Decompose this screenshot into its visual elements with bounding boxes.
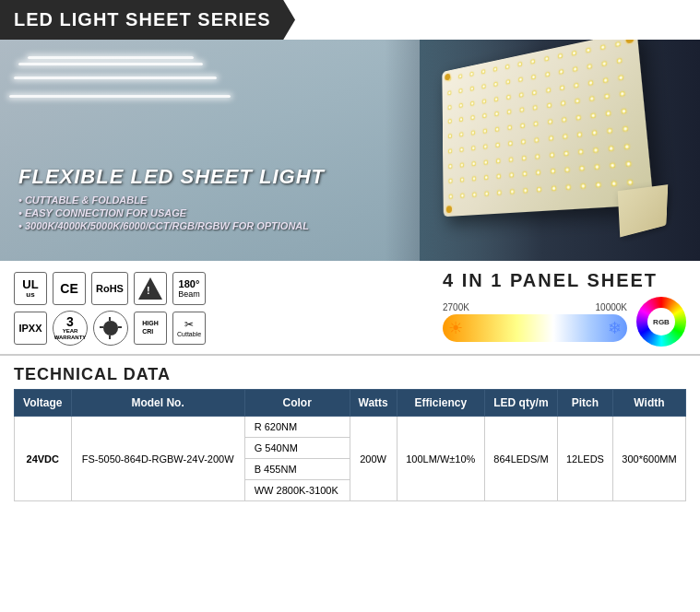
cuttable-label: Cuttable <box>177 331 201 337</box>
rgb-center: RGB <box>647 308 675 335</box>
led-dot <box>510 173 515 178</box>
led-dot <box>548 119 552 124</box>
ul-text: UL <box>22 278 38 290</box>
led-dot <box>610 163 615 169</box>
cert-ipxx: IPXX <box>14 312 47 345</box>
led-dot <box>580 183 585 189</box>
panel-title: 4 IN 1 PANEL SHEET <box>443 270 658 291</box>
led-dot <box>482 99 486 103</box>
scissors-icon: ✂ <box>184 318 194 331</box>
led-dot <box>448 134 452 138</box>
th-pitch: Pitch <box>557 390 612 417</box>
corner-pin-bl <box>446 206 452 213</box>
led-dot <box>538 187 542 193</box>
led-dot <box>624 144 630 149</box>
led-dot <box>484 175 488 180</box>
led-dot <box>521 124 526 128</box>
led-dot <box>507 94 511 99</box>
led-dot <box>563 134 567 139</box>
ceiling-line-3 <box>14 76 217 79</box>
dim-ray-t <box>109 317 111 321</box>
led-dot <box>482 113 486 118</box>
led-dot <box>509 157 514 161</box>
led-dot <box>533 105 538 111</box>
led-dot <box>532 89 537 95</box>
cert-warranty: 3 YEARWARRANTY <box>53 311 88 346</box>
warning-triangle: ! <box>138 277 162 300</box>
led-dot <box>586 48 590 53</box>
led-dot <box>537 171 541 176</box>
led-dot <box>519 76 524 81</box>
led-dot <box>565 185 570 191</box>
ipxx-text: IPXX <box>18 323 42 334</box>
hero-bullet-1: CUTTABLE & FOLDABLE <box>18 194 325 206</box>
led-dot <box>518 62 522 66</box>
th-voltage: Voltage <box>15 390 72 417</box>
led-dot <box>448 105 452 110</box>
led-dot <box>596 182 601 188</box>
led-dot <box>493 66 497 71</box>
led-dot <box>604 94 610 100</box>
led-dot <box>483 144 487 148</box>
cert-warning: ! <box>134 272 167 305</box>
td-model: FS-5050-864D-RGBW-24V-200W <box>71 417 244 501</box>
led-dot <box>449 179 453 183</box>
led-dot <box>495 112 499 116</box>
cert-row-1: UL us CE RoHS ! 180° Beam <box>14 272 206 305</box>
led-dot <box>531 59 536 65</box>
led-dot <box>546 88 551 93</box>
led-dot <box>547 103 552 109</box>
led-dot <box>594 165 599 171</box>
led-dot <box>618 75 623 80</box>
led-dot <box>590 113 595 119</box>
table-header-row: Voltage Model No. Color Watts Efficiency… <box>15 390 686 417</box>
led-dot <box>494 81 498 86</box>
th-color: Color <box>244 390 350 417</box>
led-dot <box>520 108 525 112</box>
led-dot <box>496 159 500 163</box>
dim-ray-l <box>100 326 103 328</box>
led-dot <box>592 130 597 135</box>
led-dot <box>448 119 452 124</box>
led-dot <box>508 141 513 146</box>
led-dot <box>505 65 509 69</box>
led-dot <box>593 147 599 153</box>
led-dot <box>460 162 464 167</box>
color-gradient-bar: ☀ ❄ <box>443 314 627 342</box>
led-dot <box>544 56 549 62</box>
led-dot <box>483 129 487 134</box>
led-dot <box>471 131 475 135</box>
rgb-label: RGB <box>653 318 670 326</box>
led-dot <box>606 111 611 116</box>
th-width: Width <box>612 390 685 417</box>
led-dot <box>620 91 625 97</box>
cert-beam: 180° Beam <box>172 272 206 305</box>
led-dot <box>625 161 631 167</box>
led-dot <box>497 174 501 179</box>
led-dot <box>589 96 594 101</box>
led-dot <box>524 188 528 193</box>
led-dot <box>574 82 578 88</box>
panel-info: 4 IN 1 PANEL SHEET 2700K 10000K ☀ ❄ RGB <box>443 270 686 347</box>
led-dot <box>550 152 554 158</box>
led-sheet-container: // Generate LED dots via JS after page l… <box>423 49 682 252</box>
rgb-wheel: RGB <box>636 297 686 347</box>
beam-label: Beam <box>178 289 200 299</box>
hero-bullets: CUTTABLE & FOLDABLE EASY CONNECTION FOR … <box>18 194 325 231</box>
beam-degrees: 180° <box>179 278 200 289</box>
led-dot <box>506 79 510 84</box>
led-dot <box>536 154 540 159</box>
led-dot <box>575 99 579 104</box>
td-efficiency: 100LM/W±10% <box>397 417 484 501</box>
led-dot <box>617 58 623 64</box>
led-dot <box>519 92 524 97</box>
dim-ray-r <box>118 326 122 328</box>
led-dot <box>460 194 464 198</box>
dim-ray-b <box>109 335 111 339</box>
led-dot <box>458 74 462 78</box>
led-dot <box>545 72 550 77</box>
led-dot <box>481 69 485 74</box>
cert-row-2: IPXX 3 YEARWARRANTY HIGHCRI <box>14 311 206 346</box>
led-dot <box>621 109 626 114</box>
led-dot <box>449 194 453 199</box>
